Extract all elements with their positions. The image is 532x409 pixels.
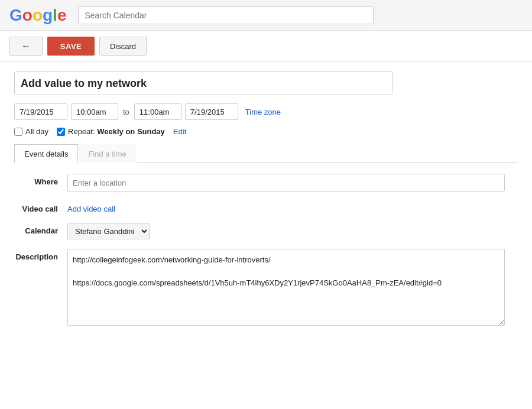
repeat-checkbox[interactable] bbox=[57, 128, 65, 136]
form-section: Where Video call Add video call Calendar… bbox=[14, 174, 518, 327]
location-input[interactable] bbox=[67, 174, 505, 191]
videocall-label: Video call bbox=[14, 201, 67, 213]
description-field bbox=[67, 249, 518, 327]
toolbar: ← SAVE Discard bbox=[0, 31, 532, 62]
calendar-field: Stefano Ganddini bbox=[67, 223, 518, 239]
logo-e: e bbox=[57, 7, 67, 24]
tab-find-a-time[interactable]: Find a time bbox=[78, 144, 136, 163]
google-logo: G o o g l e bbox=[9, 7, 66, 24]
save-button[interactable]: SAVE bbox=[47, 37, 95, 56]
logo-g: G bbox=[9, 7, 22, 24]
calendar-label: Calendar bbox=[14, 223, 67, 235]
discard-label: Discard bbox=[110, 42, 136, 51]
repeat-checkbox-label[interactable]: Repeat: Weekly on Sunday bbox=[57, 127, 165, 136]
videocall-row: Video call Add video call bbox=[14, 201, 518, 213]
timezone-link[interactable]: Time zone bbox=[245, 108, 281, 116]
description-row: Description bbox=[14, 249, 518, 327]
options-row: All day Repeat: Weekly on Sunday Edit bbox=[14, 127, 518, 136]
allday-label: All day bbox=[25, 127, 48, 136]
tab-event-details-label: Event details bbox=[24, 150, 68, 158]
repeat-value: Weekly on Sunday bbox=[97, 127, 165, 136]
description-label: Description bbox=[14, 249, 67, 261]
tabs: Event details Find a time bbox=[14, 144, 518, 163]
datetime-row: to Time zone bbox=[14, 103, 518, 120]
tab-event-details[interactable]: Event details bbox=[14, 144, 78, 163]
repeat-edit-link[interactable]: Edit bbox=[173, 127, 186, 136]
add-video-call-link[interactable]: Add video call bbox=[67, 201, 115, 213]
allday-checkbox-label[interactable]: All day bbox=[14, 127, 48, 136]
back-button[interactable]: ← bbox=[9, 37, 43, 56]
logo-l: l bbox=[53, 7, 57, 24]
main-content: to Time zone All day Repeat: Weekly on S… bbox=[0, 62, 532, 346]
calendar-row: Calendar Stefano Ganddini bbox=[14, 223, 518, 239]
tab-find-a-time-label: Find a time bbox=[88, 150, 126, 158]
search-input[interactable] bbox=[78, 7, 374, 24]
start-time-input[interactable] bbox=[71, 103, 118, 120]
end-date-input[interactable] bbox=[185, 103, 238, 120]
discard-button[interactable]: Discard bbox=[99, 37, 147, 56]
start-date-input[interactable] bbox=[14, 103, 67, 120]
videocall-field: Add video call bbox=[67, 201, 518, 213]
logo-g2: g bbox=[43, 7, 53, 24]
back-icon: ← bbox=[21, 41, 31, 51]
header: G o o g l e bbox=[0, 0, 532, 31]
repeat-label: Repeat: Weekly on Sunday bbox=[68, 127, 165, 136]
logo-o2: o bbox=[33, 7, 43, 24]
to-label: to bbox=[122, 108, 131, 116]
calendar-select[interactable]: Stefano Ganddini bbox=[67, 223, 150, 239]
where-field bbox=[67, 174, 518, 191]
description-textarea[interactable] bbox=[67, 249, 505, 326]
logo-o1: o bbox=[22, 7, 33, 24]
save-label: SAVE bbox=[60, 42, 82, 51]
where-label: Where bbox=[14, 174, 67, 186]
end-time-input[interactable] bbox=[134, 103, 181, 120]
repeat-prefix: Repeat: bbox=[68, 127, 95, 136]
event-title-input[interactable] bbox=[14, 72, 392, 95]
where-row: Where bbox=[14, 174, 518, 191]
allday-checkbox[interactable] bbox=[14, 128, 22, 136]
